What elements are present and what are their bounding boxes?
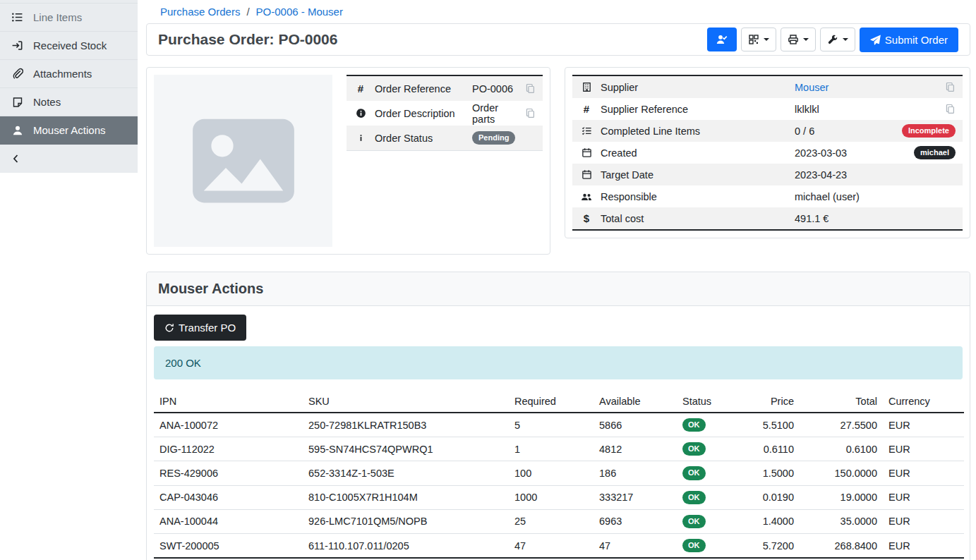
line-items-table: IPN SKU Required Available Status Price … xyxy=(154,392,964,560)
copy-icon[interactable] xyxy=(945,82,956,92)
col-available: Available xyxy=(594,392,677,413)
hash-icon: # xyxy=(354,83,368,95)
col-sku: SKU xyxy=(303,392,509,413)
order-status-row: Order Status Pending xyxy=(347,126,543,150)
cell-price: 1.4000 xyxy=(729,509,800,533)
submit-order-button[interactable]: Submit Order xyxy=(860,28,958,52)
caret-down-icon xyxy=(803,38,809,41)
sidebar-nav: Line Items Received Stock Attachments No… xyxy=(0,3,138,145)
cell-ipn: RES-429006 xyxy=(154,461,303,485)
cell-required: 5 xyxy=(509,413,594,437)
col-status: Status xyxy=(677,392,729,413)
copy-icon[interactable] xyxy=(525,83,536,94)
cell-total: 150.0000 xyxy=(800,461,883,485)
status-badge-ok: OK xyxy=(682,418,706,432)
cell-total: 268.8400 xyxy=(800,533,883,558)
qr-code-icon xyxy=(748,34,759,45)
cell-sku: 250-72981KLRATR150B3 xyxy=(303,413,509,437)
table-row: ANA-100044 926-LMC7101QM5/NOPB 25 6963 O… xyxy=(154,509,964,533)
table-row: DIG-112022 595-SN74HCS74QPWRQ1 1 4812 OK… xyxy=(154,437,964,461)
sidebar-item-label: Attachments xyxy=(33,68,92,80)
cell-sku: 595-SN74HCS74QPWRQ1 xyxy=(303,437,509,461)
col-currency: Currency xyxy=(883,392,964,413)
mouser-actions-title: Mouser Actions xyxy=(147,272,970,306)
col-total: Total xyxy=(800,392,883,413)
alert-info: 200 OK xyxy=(154,346,963,379)
total-cost-row: $ Total cost 491.1 € xyxy=(572,207,963,229)
tools-icon xyxy=(827,34,838,45)
breadcrumb-link-purchase-orders[interactable]: Purchase Orders xyxy=(160,6,240,18)
cell-status: OK xyxy=(677,413,729,437)
created-row: Created 2023-03-03 michael xyxy=(572,142,963,164)
note-icon xyxy=(11,97,24,108)
mouser-actions-panel: Mouser Actions Transfer PO 200 OK xyxy=(146,272,970,560)
copy-icon[interactable] xyxy=(525,108,536,118)
sidebar-item-notes[interactable]: Notes xyxy=(0,88,138,116)
cell-sku: 652-3314Z-1-503E xyxy=(303,461,509,485)
sign-in-icon xyxy=(11,39,24,51)
mouser-actions-body: Transfer PO 200 OK IPN SKU Required Avai… xyxy=(147,306,970,560)
print-actions-dropdown[interactable] xyxy=(781,28,816,51)
user-actions-button[interactable] xyxy=(707,28,737,51)
chevron-left-icon xyxy=(11,153,22,164)
sidebar-item-label: Line Items xyxy=(33,11,82,23)
table-row: SWT-200005 611-110.107.011/0205 47 47 OK… xyxy=(154,533,964,558)
status-badge-ok: OK xyxy=(682,491,706,504)
users-icon xyxy=(579,191,594,202)
sidebar-item-received-stock[interactable]: Received Stock xyxy=(0,32,138,60)
cell-total: 35.0000 xyxy=(800,509,883,533)
cell-currency: EUR xyxy=(883,437,964,461)
barcode-actions-dropdown[interactable] xyxy=(741,28,776,51)
cell-required: 25 xyxy=(509,509,594,533)
cell-available: 47 xyxy=(594,533,677,558)
sidebar-item-mouser-actions[interactable]: Mouser Actions xyxy=(0,116,138,145)
sidebar-item-line-items[interactable]: Line Items xyxy=(0,4,138,32)
breadcrumb: Purchase Orders / PO-0006 - Mouser xyxy=(146,0,970,23)
list-icon xyxy=(11,11,24,23)
cell-available: 186 xyxy=(594,461,677,485)
cell-available: 4812 xyxy=(594,437,677,461)
cell-status: OK xyxy=(677,509,729,533)
order-actions-dropdown[interactable] xyxy=(820,28,855,51)
order-details-panel: # Order Reference PO-0006 Or xyxy=(146,67,550,255)
cell-status: OK xyxy=(677,533,729,558)
order-image-placeholder[interactable] xyxy=(154,75,332,247)
incomplete-badge: Incomplete xyxy=(902,124,956,138)
cell-currency: EUR xyxy=(883,533,964,558)
detail-label: Order Reference xyxy=(375,83,465,95)
sidebar-item-attachments[interactable]: Attachments xyxy=(0,60,138,88)
detail-value: lklklkl xyxy=(795,104,938,115)
detail-label: Order Description xyxy=(375,108,465,119)
order-details-table: # Order Reference PO-0006 Or xyxy=(347,75,543,151)
completed-line-items-row: Completed Line Items 0 / 6 Incomplete xyxy=(572,120,963,142)
detail-value: PO-0006 xyxy=(472,83,518,95)
detail-label: Supplier xyxy=(601,82,788,93)
col-price: Price xyxy=(729,392,800,413)
supplier-reference-row: # Supplier Reference lklklkl xyxy=(572,98,963,120)
building-icon xyxy=(579,82,594,92)
detail-value: 491.1 € xyxy=(795,213,956,224)
transfer-po-button[interactable]: Transfer PO xyxy=(154,315,246,341)
user-check-icon xyxy=(716,34,728,45)
cell-price: 0.6110 xyxy=(729,437,800,461)
cell-ipn: DIG-112022 xyxy=(154,437,303,461)
send-icon xyxy=(870,35,881,45)
cell-ipn: SWT-200005 xyxy=(154,533,303,558)
detail-value: 2023-04-23 xyxy=(795,169,956,181)
copy-icon[interactable] xyxy=(945,104,956,114)
cell-ipn: ANA-100072 xyxy=(154,413,303,437)
sidebar-collapse-button[interactable] xyxy=(0,145,138,173)
detail-label: Total cost xyxy=(601,213,788,224)
cell-required: 1 xyxy=(509,437,594,461)
cell-sku: 810-C1005X7R1H104M xyxy=(303,485,509,509)
cell-price: 5.7200 xyxy=(729,533,800,558)
user-icon xyxy=(11,125,24,136)
supplier-link[interactable]: Mouser xyxy=(795,82,829,93)
breadcrumb-link-current-order[interactable]: PO-0006 - Mouser xyxy=(256,6,343,18)
table-row: CAP-043046 810-C1005X7R1H104M 1000 33321… xyxy=(154,485,964,509)
image-icon xyxy=(191,116,296,205)
cell-sku: 926-LMC7101QM5/NOPB xyxy=(303,509,509,533)
status-badge-ok: OK xyxy=(682,442,706,456)
cell-currency: EUR xyxy=(883,485,964,509)
main-content: Purchase Orders / PO-0006 - Mouser Purch… xyxy=(138,0,976,560)
